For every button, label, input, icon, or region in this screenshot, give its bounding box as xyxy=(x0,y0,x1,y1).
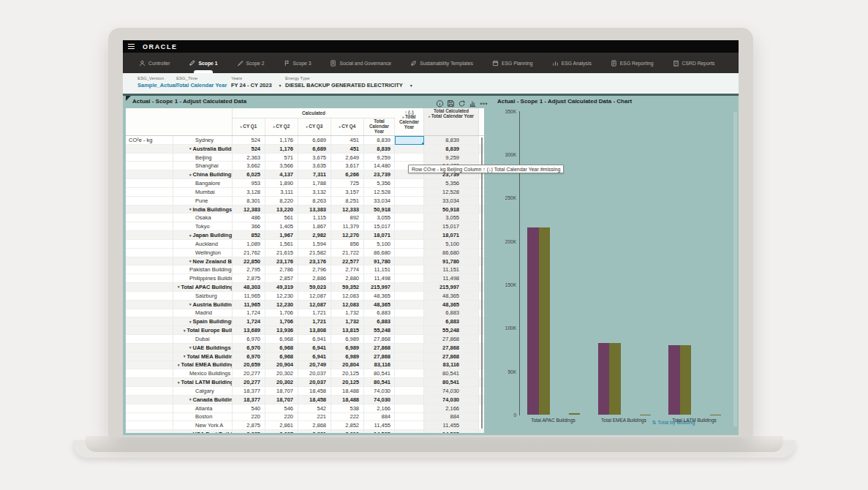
data-cell[interactable]: 11,455 xyxy=(424,421,479,429)
data-cell[interactable]: 1,967 xyxy=(265,231,298,239)
data-cell[interactable] xyxy=(395,378,424,386)
row-label[interactable]: ▾Total APAC Buildings xyxy=(173,283,233,291)
data-cell[interactable]: 856 xyxy=(331,240,364,248)
collapse-icon[interactable]: ▾ xyxy=(184,354,186,358)
data-cell[interactable]: 3,662 xyxy=(233,162,265,170)
data-cell[interactable]: 74,030 xyxy=(424,387,479,395)
data-cell[interactable]: 221 xyxy=(298,413,331,421)
data-cell[interactable] xyxy=(395,222,424,230)
data-cell[interactable]: 7,311 xyxy=(298,170,331,178)
bar-total-calculated-total-calendar-year[interactable] xyxy=(539,227,551,415)
row-label[interactable]: Boston xyxy=(173,413,233,421)
data-cell[interactable]: 12,230 xyxy=(265,301,298,309)
row-label[interactable]: Auckland xyxy=(173,240,233,248)
data-cell[interactable]: 12,270 xyxy=(331,231,364,239)
data-cell[interactable]: 2,166 xyxy=(364,404,395,412)
row-label[interactable]: Bangalore xyxy=(173,179,233,187)
data-cell[interactable]: 20,804 xyxy=(331,361,364,369)
data-cell[interactable]: 18,377 xyxy=(233,387,265,395)
data-cell[interactable]: 27,868 xyxy=(364,353,395,361)
data-cell[interactable]: 20,277 xyxy=(233,369,265,377)
data-cell[interactable]: 20,037 xyxy=(298,369,331,377)
data-cell[interactable]: 8,301 xyxy=(233,197,265,205)
data-cell[interactable]: 14,480 xyxy=(364,162,395,170)
data-cell[interactable]: 6,883 xyxy=(424,317,479,325)
data-cell[interactable]: 1,115 xyxy=(298,214,331,222)
data-cell[interactable]: 2,875 xyxy=(233,274,265,282)
data-cell[interactable]: 18,458 xyxy=(298,396,331,404)
data-cell[interactable]: 12,528 xyxy=(364,188,395,196)
data-cell[interactable] xyxy=(395,326,424,334)
data-cell[interactable]: 80,541 xyxy=(424,378,479,386)
data-cell[interactable]: 18,488 xyxy=(331,387,364,395)
data-cell[interactable]: 48,303 xyxy=(233,283,265,291)
data-cell[interactable]: 1,594 xyxy=(298,240,331,248)
data-cell[interactable]: 561 xyxy=(265,214,298,222)
data-cell[interactable]: 6,970 xyxy=(233,344,265,352)
data-cell[interactable]: 6,989 xyxy=(331,353,364,361)
data-cell[interactable]: 6,968 xyxy=(265,335,298,343)
data-cell[interactable]: 2,166 xyxy=(424,404,479,412)
data-cell[interactable]: 220 xyxy=(265,413,298,421)
data-cell[interactable]: 83,116 xyxy=(424,361,479,369)
data-cell[interactable]: 23,176 xyxy=(298,257,331,265)
bar-small-mark[interactable] xyxy=(710,415,721,415)
data-cell[interactable]: 22,850 xyxy=(233,257,265,265)
bar-total-calculated-total-calendar-year[interactable] xyxy=(609,343,621,415)
data-cell[interactable]: 13,220 xyxy=(265,206,298,214)
data-cell[interactable]: 6,689 xyxy=(298,136,331,144)
data-cell[interactable]: 884 xyxy=(424,413,479,421)
data-cell[interactable]: 13,815 xyxy=(331,326,364,334)
data-cell[interactable] xyxy=(395,335,424,343)
data-cell[interactable]: 13,689 xyxy=(233,326,265,334)
data-cell[interactable]: 12,230 xyxy=(265,292,298,300)
data-cell[interactable]: 20,302 xyxy=(265,378,298,386)
data-cell[interactable]: 11,151 xyxy=(364,265,395,274)
data-cell[interactable]: 8,263 xyxy=(298,197,331,205)
row-label[interactable]: Wellington xyxy=(173,249,233,257)
collapse-icon[interactable]: ▾ xyxy=(178,284,180,289)
data-cell[interactable]: 5,356 xyxy=(364,179,395,187)
data-cell[interactable]: 2,982 xyxy=(298,231,331,239)
data-cell[interactable]: 27,868 xyxy=(424,353,479,361)
tab-esg-reporting[interactable]: ESG Reporting xyxy=(611,53,654,73)
data-cell[interactable]: 8,839 xyxy=(424,136,479,144)
data-cell[interactable]: 13,383 xyxy=(298,206,331,214)
data-cell[interactable] xyxy=(395,283,424,291)
row-label[interactable]: Sydney xyxy=(173,136,233,144)
pov-value[interactable]: DIESEL BACKUP GENERATED ELECTRICITY▼ xyxy=(285,82,413,88)
data-cell[interactable]: 8,220 xyxy=(265,197,298,205)
data-cell[interactable] xyxy=(395,309,424,317)
column-header[interactable]: ▸CY Q3 xyxy=(298,118,331,135)
data-cell[interactable] xyxy=(395,197,424,205)
row-label[interactable]: ▾Total Europe Buildings xyxy=(173,326,233,334)
data-cell[interactable] xyxy=(395,179,424,187)
data-cell[interactable]: 12,333 xyxy=(331,206,364,214)
data-cell[interactable]: 14,505 xyxy=(424,430,479,433)
data-cell[interactable] xyxy=(395,396,424,404)
collapse-icon[interactable]: ▾ xyxy=(189,302,192,306)
data-cell[interactable]: 23,176 xyxy=(265,257,298,265)
data-cell[interactable]: 1,176 xyxy=(265,136,298,144)
collapse-icon[interactable]: ▾ xyxy=(189,146,192,151)
bar-total-calculated-total-calendar-year[interactable] xyxy=(680,345,692,415)
data-cell[interactable]: 12,083 xyxy=(331,292,364,300)
data-cell[interactable]: 14,505 xyxy=(364,430,395,433)
data-cell[interactable]: 6,941 xyxy=(298,344,331,352)
data-cell[interactable]: 6,970 xyxy=(233,335,265,343)
data-cell[interactable]: 3,675 xyxy=(298,154,331,162)
data-cell[interactable]: 3,612 xyxy=(331,430,364,433)
data-cell[interactable] xyxy=(395,257,424,265)
data-cell[interactable]: 6,989 xyxy=(331,335,364,343)
row-label[interactable]: ▾India Buildings xyxy=(173,206,233,214)
data-cell[interactable]: 546 xyxy=(265,404,298,412)
data-cell[interactable]: 451 xyxy=(331,136,364,144)
data-cell[interactable]: 215,997 xyxy=(364,283,395,291)
data-cell[interactable]: 59,352 xyxy=(331,283,364,291)
pov-value[interactable]: Total Calendar Year xyxy=(176,82,227,88)
tab-scope-1[interactable]: Scope 1 xyxy=(189,53,217,73)
bar-total-calendar-year[interactable] xyxy=(527,227,539,415)
data-cell[interactable]: 3,617 xyxy=(331,162,364,170)
row-label[interactable]: ▾New Zealand Buildings xyxy=(173,257,233,265)
bar-total-calendar-year[interactable] xyxy=(598,343,610,415)
